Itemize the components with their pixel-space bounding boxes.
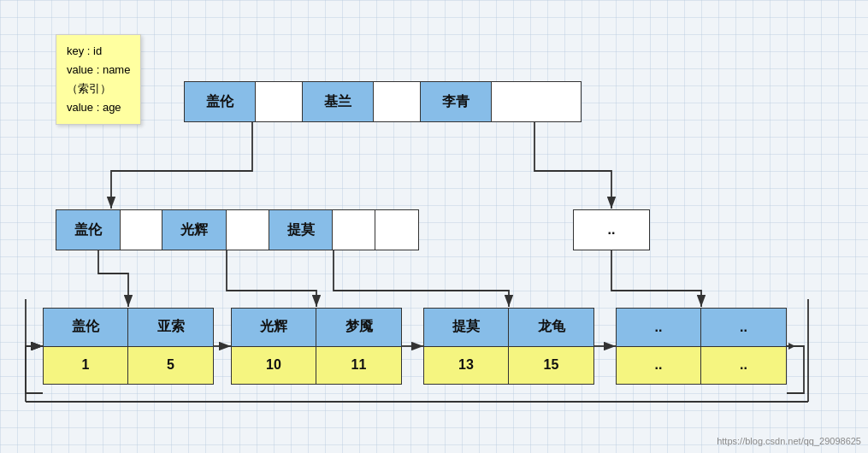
- leaf3-top-1: 龙龟: [509, 309, 593, 346]
- li-cell-3: [227, 210, 269, 250]
- root-cell-5: [492, 82, 539, 121]
- right-inner-node: ..: [573, 209, 650, 250]
- leaf-node-2: 光辉 梦魇 10 11: [231, 308, 402, 385]
- legend: key : id value : name （索引） value : age: [56, 34, 141, 125]
- leaf2-bot-0: 10: [232, 347, 316, 385]
- leaf3-bot-0: 13: [424, 347, 509, 385]
- leaf4-bot-1: ..: [701, 347, 786, 385]
- leaf1-bot-0: 1: [44, 347, 128, 385]
- root-cell-0: 盖伦: [185, 82, 256, 121]
- leaf2-top-1: 梦魇: [316, 309, 401, 346]
- leaf-node-3: 提莫 龙龟 13 15: [423, 308, 594, 385]
- leaf4-top-1: ..: [701, 309, 786, 346]
- li-cell-1: [121, 210, 163, 250]
- leaf3-bot-1: 15: [509, 347, 593, 385]
- legend-line2: value : name: [67, 61, 130, 79]
- legend-line4: value : age: [67, 98, 130, 117]
- leaf3-top-0: 提莫: [424, 309, 509, 346]
- ri-cell-0: ..: [574, 210, 649, 250]
- li-cell-4: 提莫: [269, 210, 334, 250]
- leaf4-bot-0: ..: [617, 347, 701, 385]
- leaf-node-1: 盖伦 亚索 1 5: [43, 308, 214, 385]
- root-cell-1: [256, 82, 303, 121]
- li-cell-0: 盖伦: [56, 210, 121, 250]
- leaf-node-4: .. .. .. ..: [616, 308, 787, 385]
- leaf4-top-0: ..: [617, 309, 701, 346]
- leaf2-top-0: 光辉: [232, 309, 316, 346]
- li-cell-6: [375, 210, 418, 250]
- leaf1-top-0: 盖伦: [44, 309, 128, 346]
- legend-line3: （索引）: [67, 79, 130, 98]
- watermark: https://blog.csdn.net/qq_29098625: [717, 436, 861, 446]
- left-inner-node: 盖伦 光辉 提莫: [56, 209, 419, 250]
- leaf1-top-1: 亚索: [128, 309, 213, 346]
- li-cell-2: 光辉: [162, 210, 227, 250]
- leaf1-bot-1: 5: [128, 347, 213, 385]
- leaf2-bot-1: 11: [316, 347, 401, 385]
- root-cell-3: [374, 82, 421, 121]
- legend-line1: key : id: [67, 42, 130, 61]
- root-node: 盖伦 基兰 李青: [184, 81, 582, 122]
- root-cell-2: 基兰: [303, 82, 374, 121]
- svg-marker-7: [788, 343, 795, 350]
- root-cell-4: 李青: [421, 82, 492, 121]
- li-cell-5: [333, 210, 375, 250]
